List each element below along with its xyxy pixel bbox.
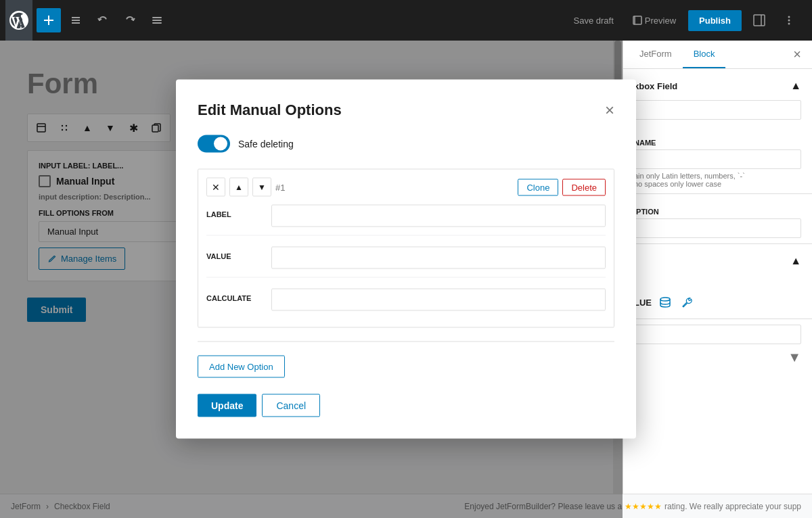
svg-rect-0 (152, 17, 162, 18)
wp-logo[interactable] (5, 0, 32, 41)
option-move-up-button[interactable]: ▲ (229, 178, 248, 197)
add-new-option-button[interactable]: Add New Option (198, 356, 285, 378)
modal-close-button[interactable]: × (605, 102, 614, 118)
sidebar-name-note: ain only Latin letters, numbers, `-`no s… (634, 172, 801, 188)
undo-button[interactable] (91, 8, 115, 32)
svg-point-7 (788, 23, 790, 25)
option-remove-button[interactable]: ✕ (206, 178, 225, 197)
edit-manual-options-modal: Edit Manual Options × Safe deleting ✕ ▲ … (176, 80, 636, 439)
add-block-button[interactable] (37, 8, 61, 32)
modal-footer: Update Cancel (198, 394, 614, 417)
svg-point-5 (788, 16, 790, 18)
calculate-field-row: CALCULATE (206, 289, 606, 319)
option-number: #1 (275, 182, 285, 192)
calculate-field-label: CALCULATE (206, 289, 261, 302)
svg-rect-1 (152, 20, 162, 21)
option-item-header: ✕ ▲ ▼ #1 Clone Delete (206, 178, 606, 197)
value-field-label: VALUE (206, 247, 261, 260)
sidebar-section-title: kbox Field ▲ (634, 80, 801, 92)
list-view-button[interactable] (145, 8, 169, 32)
top-toolbar: Save draft Preview Publish (0, 0, 812, 41)
option-item-1: ✕ ▲ ▼ #1 Clone Delete LABEL VALUE CALCUL… (198, 169, 614, 328)
label-field-row: LABEL (206, 205, 606, 236)
more-options-button[interactable] (777, 8, 801, 32)
svg-rect-4 (754, 15, 765, 26)
delete-option-button[interactable]: Delete (562, 179, 606, 195)
preview-button[interactable]: Preview (626, 11, 683, 30)
sidebar-name-input[interactable] (634, 100, 801, 120)
safe-deleting-toggle[interactable] (198, 135, 230, 153)
tab-jetform[interactable]: JetForm (629, 41, 683, 68)
toggle-row: Safe deleting (198, 135, 614, 153)
modal-header: Edit Manual Options × (198, 101, 614, 119)
publish-button[interactable]: Publish (688, 10, 742, 31)
save-draft-button[interactable]: Save draft (567, 11, 621, 30)
sidebar-name-field[interactable] (634, 149, 801, 169)
sidebar-close-button[interactable]: × (788, 41, 807, 68)
update-button[interactable]: Update (198, 394, 256, 417)
sidebar-value-label: LUE (634, 298, 652, 308)
value-input[interactable] (271, 247, 606, 269)
sidebar-value-input-row (623, 319, 812, 350)
label-field-label: LABEL (206, 205, 261, 218)
sidebar-bottom-section: LUE (623, 286, 812, 319)
option-move-down-button[interactable]: ▼ (252, 178, 271, 197)
svg-rect-2 (152, 22, 162, 24)
sidebar-name-label: NAME (634, 139, 801, 147)
toggle-label: Safe deleting (238, 139, 294, 149)
tab-block[interactable]: Block (683, 41, 726, 68)
star-rating: ★★★★★ (625, 502, 662, 511)
sidebar-name-section: NAME ain only Latin letters, numbers, `-… (623, 131, 812, 193)
modal-divider (198, 342, 614, 342)
sidebar-block-section: kbox Field ▲ (623, 69, 812, 131)
modal-title: Edit Manual Options (198, 101, 342, 119)
label-input[interactable] (271, 205, 606, 227)
sidebar-bottom-icons (657, 294, 695, 310)
sidebar-tabs: JetForm Block × (623, 41, 812, 69)
toggle-sidebar-button[interactable] (747, 8, 771, 32)
redo-button[interactable] (118, 8, 142, 32)
clone-option-button[interactable]: Clone (518, 179, 558, 195)
sidebar-iption-section: IPTION (623, 194, 812, 243)
sidebar-value-field[interactable] (634, 325, 801, 344)
sidebar-lower-section-title: ▲ (634, 255, 801, 267)
database-icon[interactable] (657, 294, 673, 310)
value-field-row: VALUE (206, 247, 606, 278)
calculate-input[interactable] (271, 289, 606, 311)
wrench-icon[interactable] (679, 294, 695, 310)
tools-button[interactable] (64, 8, 88, 32)
chevron-up-icon-2[interactable]: ▲ (790, 255, 801, 267)
sidebar: JetForm Block × kbox Field ▲ NAME ain on… (623, 41, 812, 518)
sidebar-lower-section: ▲ (623, 244, 812, 286)
sidebar-iption-field[interactable] (634, 218, 801, 238)
cancel-button[interactable]: Cancel (262, 394, 320, 417)
svg-point-14 (660, 298, 670, 301)
svg-point-6 (788, 20, 790, 22)
chevron-up-icon[interactable]: ▲ (790, 80, 801, 92)
chevron-down-icon[interactable]: ▼ (788, 350, 801, 365)
sidebar-iption-label: IPTION (634, 208, 801, 216)
